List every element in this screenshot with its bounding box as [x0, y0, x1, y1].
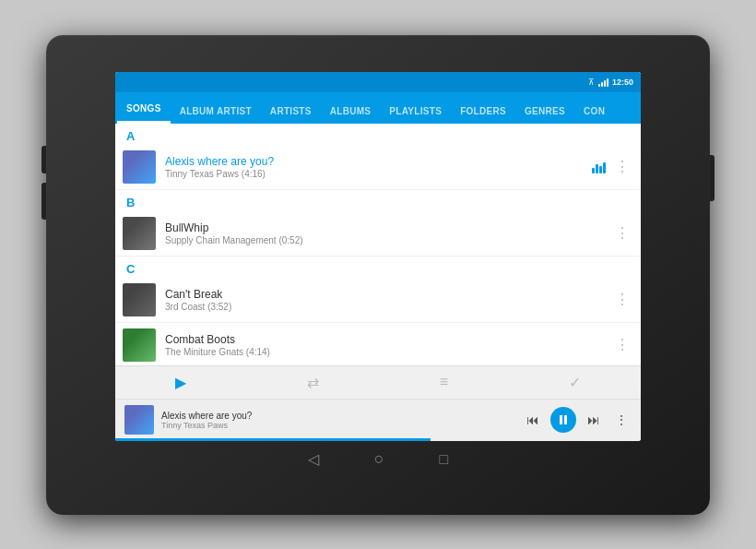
sort-action-button[interactable]: ≡ — [429, 370, 459, 394]
song-subtitle: Supply Chain Management (0:52) — [165, 235, 611, 245]
song-actions: ⋮ — [611, 336, 633, 354]
tablet-nav-bar: ◁ ○ □ — [46, 441, 710, 478]
home-nav-button[interactable]: ○ — [374, 449, 384, 469]
progress-bar — [115, 438, 431, 441]
song-thumbnail — [123, 150, 156, 184]
svg-rect-1 — [564, 415, 567, 424]
song-actions: ⋮ — [611, 224, 633, 243]
status-time: 12:50 — [612, 78, 633, 87]
song-list: A Alexis where are you? Tinny Texas Paws… — [115, 124, 641, 365]
song-subtitle: The Miniture Gnats (4:14) — [165, 347, 611, 357]
section-b: B — [115, 190, 641, 211]
check-action-button[interactable]: ✓ — [558, 370, 592, 395]
playback-bar: Alexis where are you? Tinny Texas Paws ⏮… — [115, 399, 641, 441]
list-item[interactable]: Can't Break 3rd Coast (3:52) ⋮ — [115, 278, 641, 323]
song-info: Alexis where are you? Tinny Texas Paws (… — [165, 155, 592, 179]
tab-songs[interactable]: SONGS — [117, 98, 171, 124]
song-thumbnail — [123, 217, 156, 250]
wifi-icon: ⊼ — [588, 78, 595, 87]
song-title: Alexis where are you? — [165, 155, 592, 168]
song-title: BullWhip — [165, 221, 611, 234]
tablet-screen: ⊼ 12:50 SONGS ALBUM ARTIST ARTISTS ALBUM… — [115, 72, 641, 441]
more-options-icon[interactable]: ⋮ — [611, 158, 633, 176]
tab-artists[interactable]: ARTISTS — [261, 101, 321, 124]
song-actions: ⋮ — [611, 291, 633, 309]
equalizer-icon — [592, 161, 606, 173]
nav-tabs: SONGS ALBUM ARTIST ARTISTS ALBUMS PLAYLI… — [115, 92, 641, 124]
signal-icon — [598, 78, 608, 87]
song-subtitle: 3rd Coast (3:52) — [165, 302, 611, 312]
more-options-icon[interactable]: ⋮ — [611, 224, 633, 243]
tablet-device: ⊼ 12:50 SONGS ALBUM ARTIST ARTISTS ALBUM… — [46, 35, 710, 515]
action-bar: ▶ ⇄ ≡ ✓ — [115, 365, 641, 399]
song-subtitle: Tinny Texas Paws (4:16) — [165, 169, 592, 179]
song-title: Can't Break — [165, 288, 611, 301]
more-options-icon[interactable]: ⋮ — [611, 336, 633, 354]
pause-button[interactable] — [550, 407, 576, 433]
tab-folders[interactable]: FOLDERS — [451, 101, 515, 124]
status-icons: ⊼ 12:50 — [588, 78, 633, 87]
tab-albums[interactable]: ALBUMS — [321, 101, 381, 124]
next-button[interactable]: ⏭ — [584, 411, 604, 429]
more-options-icon[interactable]: ⋮ — [611, 291, 633, 309]
overflow-button[interactable]: ⋮ — [611, 411, 632, 429]
tab-con[interactable]: CON — [574, 101, 614, 124]
song-title: Combat Boots — [165, 333, 611, 346]
section-c: C — [115, 257, 641, 278]
now-playing-title: Alexis where are you? — [161, 411, 252, 421]
now-playing-info: Alexis where are you? Tinny Texas Paws — [124, 405, 252, 435]
now-playing-thumbnail — [124, 405, 154, 435]
back-nav-button[interactable]: ◁ — [308, 450, 319, 468]
tab-genres[interactable]: GENRES — [515, 101, 574, 124]
list-item[interactable]: Combat Boots The Miniture Gnats (4:14) ⋮ — [115, 323, 641, 365]
song-thumbnail — [123, 283, 156, 316]
play-action-button[interactable]: ▶ — [164, 370, 197, 395]
shuffle-action-button[interactable]: ⇄ — [296, 370, 330, 395]
song-info: Combat Boots The Miniture Gnats (4:14) — [165, 333, 611, 357]
recent-nav-button[interactable]: □ — [440, 451, 449, 468]
now-playing-artist: Tinny Texas Paws — [161, 421, 252, 430]
svg-rect-0 — [560, 415, 562, 424]
section-a: A — [115, 124, 641, 145]
song-info: Can't Break 3rd Coast (3:52) — [165, 288, 611, 312]
list-item[interactable]: BullWhip Supply Chain Management (0:52) … — [115, 211, 641, 257]
playback-controls: ⏮ ⏭ ⋮ — [523, 407, 632, 433]
tab-album-artist[interactable]: ALBUM ARTIST — [171, 101, 261, 124]
now-playing-text: Alexis where are you? Tinny Texas Paws — [161, 411, 252, 430]
song-actions: ⋮ — [592, 158, 633, 176]
pause-icon — [559, 414, 568, 425]
song-info: BullWhip Supply Chain Management (0:52) — [165, 221, 611, 245]
song-thumbnail — [123, 328, 156, 362]
list-item[interactable]: Alexis where are you? Tinny Texas Paws (… — [115, 145, 641, 190]
status-bar: ⊼ 12:50 — [115, 72, 641, 92]
tab-playlists[interactable]: PLAYLISTS — [380, 101, 451, 124]
prev-button[interactable]: ⏮ — [523, 411, 543, 429]
